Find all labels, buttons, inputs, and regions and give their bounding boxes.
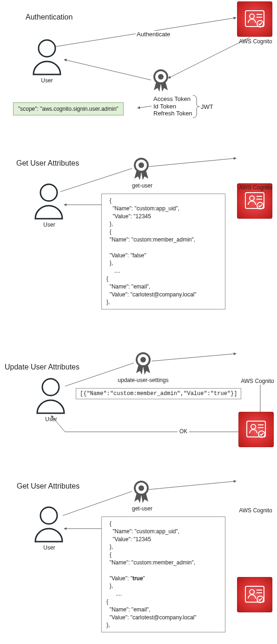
svg-point-30 [251,424,256,429]
cognito-label-2: AWS Cognito [237,184,274,191]
op-label-update: update-user-settings [115,377,171,383]
user-label-1: User [33,77,61,84]
svg-line-10 [149,481,236,490]
section-title-update: Update User Attributes [5,363,79,371]
svg-point-20 [40,184,57,201]
svg-rect-29 [247,421,265,437]
svg-point-28 [42,379,59,396]
token-access: Access Token [153,95,192,103]
response-code-2: { "Name": "custom:app_uid", "Value": "12… [101,517,225,632]
aws-cognito-icon [237,1,272,37]
user-label-2: User [35,221,63,228]
svg-point-35 [140,357,146,362]
svg-point-27 [138,162,144,168]
response-code-1: { "Name": "custom:app_uid", "Value": "12… [101,194,225,309]
token-icon [151,69,171,94]
svg-point-36 [40,507,57,524]
svg-line-3 [138,106,152,108]
op-label-get2: get-user [128,505,156,512]
scope-box: "scope": "aws.cognito.signin.user.admin" [13,102,124,115]
svg-point-43 [138,485,144,491]
arrow-label-authenticate: Authenticate [136,31,171,38]
token-list: Access Token Id Token Refresh Token [153,95,192,117]
section-title-get1: Get User Attributes [16,159,79,168]
section-title-get2: Get User Attributes [17,482,79,490]
token-icon [131,157,152,182]
svg-line-2 [64,60,151,80]
user-icon [33,182,65,220]
svg-line-8 [152,354,236,361]
update-payload: [{"Name":"custom:member_admin","Value":"… [76,388,241,399]
token-icon [131,480,152,505]
aws-cognito-icon [237,577,272,612]
section-title-auth: Authentication [26,13,73,21]
svg-point-12 [39,40,55,57]
cognito-label-1: AWS Cognito [237,38,274,45]
svg-line-9 [63,491,132,516]
svg-point-22 [250,196,254,201]
svg-point-38 [250,590,254,594]
cognito-label-4: AWS Cognito [237,507,274,514]
ok-label: OK [178,428,189,435]
svg-point-19 [158,74,164,80]
jwt-label: JWT [201,103,213,110]
token-icon [133,352,153,377]
svg-line-4 [60,168,132,192]
user-label-4: User [35,544,63,551]
user-label-3: User [37,416,65,423]
user-icon [31,38,63,75]
user-icon [33,505,65,543]
svg-point-14 [250,14,254,19]
user-icon [34,377,67,414]
svg-rect-37 [245,586,264,602]
svg-line-5 [149,158,236,167]
svg-rect-21 [245,193,264,208]
svg-rect-13 [245,11,264,27]
cognito-label-3: AWS Cognito [239,378,276,384]
token-refresh: Refresh Token [153,110,192,117]
token-id: Id Token [153,103,192,110]
aws-cognito-icon [238,412,274,447]
op-label-get1: get-user [128,182,156,189]
